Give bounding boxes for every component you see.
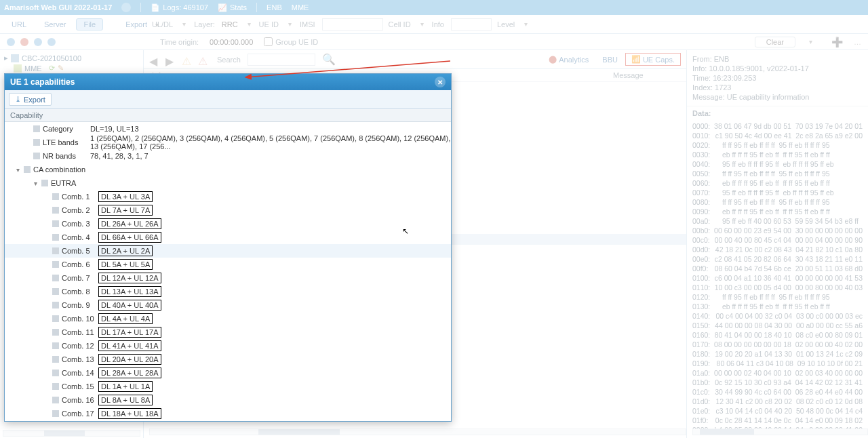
combo-row[interactable]: Comb. 18DL 19A + UL 19A (5, 420, 451, 421)
data-label: Data: (687, 106, 868, 120)
uldl-dropdown[interactable]: ▾ (180, 20, 189, 28)
capability-row[interactable]: LTE bands1 (256QAM), 2 (256QAM), 3 (256Q… (5, 136, 451, 149)
combo-row[interactable]: Comb. 10DL 4A + UL 4A (5, 312, 451, 325)
info-box: From: ENB Info: 10.0.0.185:9001, v2022-0… (687, 50, 868, 106)
close-icon[interactable]: ✕ (435, 77, 446, 87)
combo-row[interactable]: Comb. 11DL 17A + UL 17A (5, 325, 451, 339)
dialog-export-button[interactable]: ⤓Export (9, 93, 52, 106)
ueid-dropdown[interactable]: ▾ (285, 20, 294, 28)
search-icon[interactable]: 🔍 (322, 53, 336, 66)
capability-column-header: Capability (5, 109, 451, 122)
stats-tab[interactable]: 📈Stats (218, 3, 247, 12)
source-toolbar: URL Server File Export▾ UL/DL▾ Layer: RR… (0, 15, 868, 34)
add-icon[interactable]: ➕ (831, 37, 843, 47)
hex-scrollbar[interactable] (692, 429, 868, 435)
level-label: Level (497, 20, 515, 28)
combo-row[interactable]: Comb. 9DL 40A + UL 40A (5, 298, 451, 312)
combo-row[interactable]: Comb. 17DL 18A + UL 18A (5, 407, 451, 420)
warning-icon[interactable]: ⚠ (182, 55, 191, 64)
refresh-icon[interactable] (34, 38, 42, 46)
cellid-dropdown[interactable]: ▾ (418, 20, 427, 28)
level-dropdown[interactable]: ▾ (521, 20, 530, 28)
combo-row[interactable]: Comb. 3DL 26A + UL 26A (5, 217, 451, 231)
search-label: Search (217, 56, 241, 64)
combo-row[interactable]: Comb. 14DL 28A + UL 28A (5, 366, 451, 380)
layer-dropdown[interactable]: ▾ (245, 20, 254, 28)
hex-dump[interactable]: 0000:38 01 06 47 9d db 00 51 70 03 19 7e… (687, 120, 868, 429)
combo-row[interactable]: Comb. 2DL 7A + UL 7A (5, 203, 451, 217)
nav-fwd-icon[interactable]: ▶ (165, 55, 175, 64)
server-button[interactable]: Server (37, 18, 73, 31)
info-input[interactable] (451, 18, 492, 31)
clear-button[interactable]: Clear (755, 37, 795, 47)
uldl-label: UL/DL (152, 20, 173, 28)
file-button[interactable]: File (76, 18, 103, 31)
capability-row[interactable]: NR bands78, 41, 28, 3, 1, 7 (5, 149, 451, 163)
capability-tree[interactable]: CategoryDL=19, UL=13LTE bands1 (256QAM),… (5, 122, 451, 421)
uecaps-tab[interactable]: 📶UE Caps. (625, 53, 681, 66)
ca-combination-node[interactable]: ▾CA combination (5, 163, 451, 176)
mme-tab[interactable]: MME (292, 3, 309, 12)
app-title: Amarisoft Web GUI 2022-01-17 (4, 3, 112, 12)
logs-tab[interactable]: 📄Logs: 469107 (151, 3, 208, 12)
group-ueid-check[interactable]: Group UE ID (264, 37, 318, 46)
combo-row[interactable]: Comb. 1DL 3A + UL 3A (5, 190, 451, 203)
search-input[interactable] (248, 54, 315, 66)
time-origin-value: 00:00:00.000 (210, 38, 253, 46)
sidebar-scrollbar[interactable] (3, 430, 140, 437)
tool-icon[interactable] (7, 38, 15, 46)
imsi-label: IMSI (300, 20, 315, 28)
time-origin-label: Time origin: (160, 38, 199, 46)
layer-label: Layer: (194, 20, 215, 28)
combo-row[interactable]: Comb. 6DL 5A + UL 5A (5, 258, 451, 271)
url-button[interactable]: URL (4, 18, 34, 31)
cellid-label: Cell ID (389, 20, 411, 28)
nav-back-icon[interactable]: ◀ (149, 55, 159, 64)
detail-panel: From: ENB Info: 10.0.0.185:9001, v2022-0… (686, 50, 868, 438)
list-toolbar: ◀ ▶ ⚠ ⚠ Search 🔍 ⬤Analytics BBU 📶UE Caps… (144, 50, 686, 69)
reload-icon[interactable] (121, 3, 131, 12)
imsi-input[interactable] (322, 18, 383, 31)
combo-row[interactable]: Comb. 7DL 12A + UL 12A (5, 271, 451, 285)
dialog-title: UE 1 capabilities (10, 77, 75, 87)
tree-mme[interactable]: MME⟳✎ (4, 63, 139, 73)
bbu-tab[interactable]: BBU (596, 53, 624, 66)
loop-icon[interactable] (47, 38, 56, 46)
layer-value: RRC (222, 20, 238, 28)
ueid-label: UE ID (259, 20, 279, 28)
tree-cbc[interactable]: ▸ CBC-2021050100 (4, 53, 139, 63)
combo-row[interactable]: Comb. 13DL 20A + UL 20A (5, 353, 451, 366)
info-label: Info (432, 20, 444, 28)
dialog-title-bar[interactable]: UE 1 capabilities ✕ (5, 74, 451, 90)
combo-row[interactable]: Comb. 4DL 66A + UL 66A (5, 231, 451, 244)
capability-row[interactable]: CategoryDL=19, UL=13 (5, 122, 451, 136)
combo-row[interactable]: Comb. 15DL 1A + UL 1A (5, 380, 451, 393)
combo-row[interactable]: Comb. 8DL 13A + UL 13A (5, 285, 451, 298)
clear-dropdown[interactable]: ▾ (806, 38, 815, 45)
time-toolbar: Time origin: 00:00:00.000 Group UE ID Cl… (0, 34, 868, 50)
combo-row[interactable]: Comb. 5DL 2A + UL 2A (5, 244, 451, 258)
enb-tab[interactable]: ENB (267, 3, 282, 12)
eutra-node[interactable]: ▾EUTRA (5, 176, 451, 190)
combo-row[interactable]: Comb. 12DL 41A + UL 41A (5, 339, 451, 353)
error-icon[interactable]: ⚠ (198, 55, 208, 64)
app-header: Amarisoft Web GUI 2022-01-17 📄Logs: 4691… (0, 0, 868, 15)
stop-icon[interactable] (20, 38, 28, 46)
analytics-tab[interactable]: ⬤Analytics (542, 53, 595, 66)
list-scrollbar[interactable] (149, 429, 686, 435)
ue-capabilities-dialog: UE 1 capabilities ✕ ⤓Export Capability C… (4, 73, 452, 422)
combo-row[interactable]: Comb. 16DL 8A + UL 8A (5, 393, 451, 407)
